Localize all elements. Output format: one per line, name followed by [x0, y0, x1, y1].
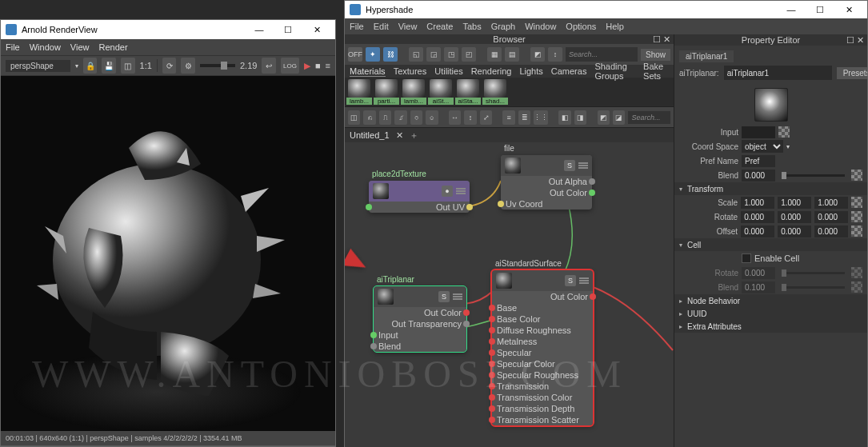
gtool-6-icon[interactable]: ⎐: [426, 110, 438, 125]
port-transmission-depth[interactable]: Transmission Depth: [492, 403, 593, 414]
menu-render[interactable]: Render: [99, 42, 128, 52]
port-input[interactable]: Input: [374, 329, 466, 341]
port-transmission-scatter[interactable]: Transmission Scatter: [492, 414, 593, 425]
camera-field[interactable]: perspShape: [6, 60, 70, 72]
browser-search[interactable]: Search...: [566, 47, 638, 62]
gtool-13-icon[interactable]: ◪: [613, 110, 625, 125]
port-metalness[interactable]: Metalness: [492, 336, 593, 347]
section-extra-attributes[interactable]: Extra Attributes: [674, 320, 867, 333]
bars-icon[interactable]: [453, 293, 462, 300]
node-graph[interactable]: place2dTexture ● Out UV file S Out Alpha…: [345, 142, 674, 447]
section-cell[interactable]: Cell: [674, 238, 867, 251]
stop-icon[interactable]: ■: [315, 61, 321, 71]
gtool-8-icon[interactable]: ↕: [464, 110, 476, 125]
node-file[interactable]: file S Out Alpha Out Color Uv Coord: [501, 155, 592, 210]
pe-tab[interactable]: aiTriplanar1: [679, 50, 734, 62]
tab-shading-groups[interactable]: Shading Groups: [594, 62, 635, 81]
gtool-4-icon[interactable]: ⎎: [394, 110, 406, 125]
gtool-7-icon[interactable]: ↔: [449, 110, 461, 125]
port-transmission-color[interactable]: Transmission Color: [492, 392, 593, 403]
section-uuid[interactable]: UUID: [674, 307, 867, 320]
show-button[interactable]: Show: [641, 49, 670, 61]
minimize-button[interactable]: —: [246, 21, 273, 38]
tool-6-icon[interactable]: ▤: [505, 47, 519, 62]
minimize-button[interactable]: —: [778, 2, 805, 18]
tool-2-icon[interactable]: ◲: [426, 47, 441, 62]
material-swatch[interactable]: lamb...: [346, 79, 372, 105]
hs-titlebar[interactable]: Hypershade — ☐ ✕: [345, 1, 867, 18]
link-icon[interactable]: ⛓: [383, 47, 398, 62]
menu-help[interactable]: Help: [606, 22, 624, 31]
gtool-9-icon[interactable]: ⤢: [480, 110, 492, 125]
port-out-color[interactable]: Out Color: [501, 187, 592, 198]
tab-lights[interactable]: Lights: [519, 66, 542, 76]
menu-edit[interactable]: Edit: [374, 22, 389, 31]
menu-file[interactable]: File: [6, 42, 20, 52]
scale-x[interactable]: [741, 197, 774, 209]
tool-3-icon[interactable]: ◳: [444, 47, 458, 62]
reset-icon[interactable]: ↩: [262, 58, 276, 74]
blend-slider[interactable]: [782, 174, 845, 177]
arv-titlebar[interactable]: Arnold RenderView — ☐ ✕: [1, 20, 335, 39]
menu-create[interactable]: Create: [426, 22, 453, 31]
port-out-alpha[interactable]: Out Alpha: [501, 176, 592, 187]
port-transmission[interactable]: Transmission: [492, 381, 593, 392]
layout-3-icon[interactable]: ⋮⋮: [534, 110, 548, 125]
port-out-uv[interactable]: Out UV: [369, 202, 470, 213]
menu-icon[interactable]: ≡: [326, 61, 330, 71]
coord-space-select[interactable]: object: [742, 140, 783, 153]
map-button[interactable]: [778, 126, 790, 138]
gtool-12-icon[interactable]: ◩: [598, 110, 610, 125]
map-button[interactable]: [851, 197, 862, 208]
off-toggle[interactable]: OFF: [348, 47, 362, 62]
pref-name-field[interactable]: [742, 155, 775, 167]
menu-window[interactable]: Window: [525, 22, 556, 31]
layout-2-icon[interactable]: ≣: [518, 110, 530, 125]
gtool-1-icon[interactable]: ◫: [348, 110, 360, 125]
tab-cameras[interactable]: Cameras: [551, 66, 587, 76]
tool-7-icon[interactable]: ◩: [530, 47, 545, 62]
loop-icon[interactable]: ⟳: [162, 58, 177, 74]
log-label[interactable]: LOG: [281, 58, 299, 74]
material-swatch[interactable]: parti...: [374, 79, 399, 105]
port-uv-coord[interactable]: Uv Coord: [501, 198, 592, 210]
tab-textures[interactable]: Textures: [394, 66, 427, 76]
port-specular-roughness[interactable]: Specular Roughness: [492, 369, 593, 381]
node-place2dtexture[interactable]: place2dTexture ● Out UV: [369, 181, 470, 213]
tool-1-icon[interactable]: ◱: [409, 47, 423, 62]
material-swatch[interactable]: aiSt...: [428, 79, 454, 105]
gear-icon[interactable]: ⚙: [181, 58, 195, 74]
material-preview[interactable]: [754, 88, 788, 122]
rotate-x[interactable]: [741, 211, 774, 223]
presets-button[interactable]: Presets: [837, 67, 867, 79]
menu-view[interactable]: View: [70, 42, 90, 52]
tab-materials[interactable]: Materials: [350, 66, 386, 77]
offset-y[interactable]: [778, 225, 811, 237]
menu-tabs[interactable]: Tabs: [462, 22, 481, 31]
tool-8-icon[interactable]: ↕: [548, 47, 562, 62]
menu-file[interactable]: File: [350, 22, 364, 31]
port-base-color[interactable]: Base Color: [492, 313, 593, 325]
scale-y[interactable]: [778, 197, 811, 209]
port-out-color[interactable]: Out Color: [492, 291, 593, 302]
menu-view[interactable]: View: [398, 22, 418, 31]
chevron-down-icon[interactable]: ▾: [75, 62, 78, 70]
tool-4-icon[interactable]: ◰: [462, 47, 476, 62]
section-transform[interactable]: Transform: [674, 182, 867, 195]
port-specular-color[interactable]: Specular Color: [492, 358, 593, 369]
gtool-11-icon[interactable]: ◨: [574, 110, 586, 125]
bars-icon[interactable]: [456, 188, 466, 194]
crop-icon[interactable]: ◫: [121, 58, 135, 74]
maximize-button[interactable]: ☐: [806, 2, 834, 18]
tab-rendering[interactable]: Rendering: [471, 66, 512, 76]
gtool-3-icon[interactable]: ⎍: [379, 110, 391, 125]
map-button[interactable]: [851, 225, 862, 237]
select-icon[interactable]: ✦: [366, 47, 380, 62]
tab-utilities[interactable]: Utilities: [434, 66, 462, 76]
close-button[interactable]: ✕: [303, 21, 330, 38]
node-aistandardsurface[interactable]: aiStandardSurface S Out Color Base Base …: [492, 270, 593, 425]
tab-close-icon[interactable]: ✕: [396, 130, 403, 141]
panel-close-icon[interactable]: ☐ ✕: [653, 34, 670, 45]
section-node-behavior[interactable]: Node Behavior: [674, 294, 867, 307]
offset-x[interactable]: [741, 225, 774, 237]
